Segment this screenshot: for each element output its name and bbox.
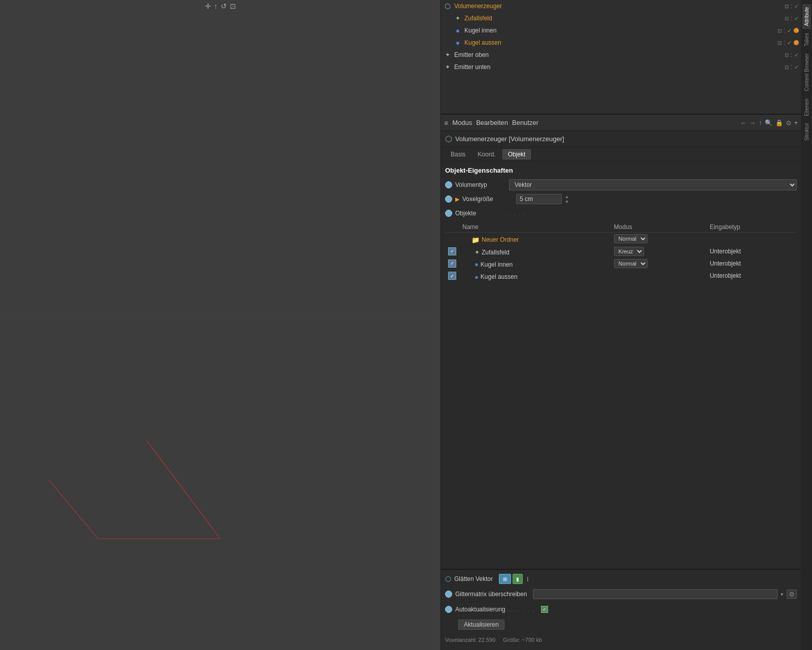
th-modus: Modus	[611, 222, 707, 233]
objekte-dot[interactable]	[445, 210, 452, 217]
voxel-info: Voxelanzahl: 22.590 Größe: ~700 kb	[445, 637, 542, 643]
side-tab-struktur[interactable]: Struktur	[802, 120, 811, 144]
row2-name: Kugel innen	[481, 261, 513, 268]
prop-voxelgroesse: ▶ Voxelgröße ▲ ▼	[445, 192, 797, 206]
row0-name: Neuer Ordner	[482, 236, 519, 243]
gittermatrix-dot[interactable]	[445, 591, 452, 598]
td-name-0: 📁 Neuer Ordner	[459, 233, 611, 245]
side-tab-attribute[interactable]: Attribute	[802, 4, 811, 29]
voxelgroesse-spinner[interactable]: ▲ ▼	[565, 194, 569, 204]
square-icon2: ⊡	[785, 16, 789, 21]
orange-dot-2	[794, 40, 799, 45]
mode-select-0[interactable]: Normal	[614, 234, 648, 243]
checkbox-kugel-innen[interactable]	[448, 259, 456, 268]
mode-select-2[interactable]: Normal	[614, 259, 648, 268]
voxelgroesse-label: Voxelgröße	[462, 196, 513, 203]
autoaktualisierung-dot[interactable]	[445, 606, 452, 613]
dots-icon3: ⁚	[784, 28, 785, 34]
dots-icon4: ⁚	[784, 40, 785, 46]
scene-tree: ⬡ Volumenerzeuger ⊡ ⁚ ✓ ✦ Zufallsfeld ⊡ …	[441, 0, 801, 115]
groesse-label: Größe: ~700 kb	[503, 637, 542, 643]
up-btn[interactable]: ↑	[759, 119, 762, 126]
check-icon4: ✓	[787, 40, 792, 46]
modus-menu[interactable]: Modus	[452, 119, 472, 126]
tree-item-volumenerzeuger[interactable]: ⬡ Volumenerzeuger ⊡ ⁚ ✓	[441, 0, 801, 12]
side-tab-ebenen[interactable]: Ebenen	[802, 95, 811, 119]
voxelgroesse-input[interactable]	[516, 194, 562, 204]
svg-line-4	[0, 313, 220, 627]
gittermatrix-arrow[interactable]: ▾	[781, 591, 784, 598]
aktualisieren-button[interactable]: Aktualisieren	[458, 620, 504, 630]
td-checkbox-1[interactable]	[445, 245, 459, 257]
volumentyp-select[interactable]: Vektor	[509, 179, 797, 190]
toolbar-nav: ← → ↑ 🔍 🔒 ⊙ +	[740, 119, 798, 126]
svg-line-10	[147, 441, 220, 539]
right-panel: ⬡ Volumenerzeuger ⊡ ⁚ ✓ ✦ Zufallsfeld ⊡ …	[441, 0, 801, 650]
attr-panel: ≡ Modus Bearbeiten Benutzer ← → ↑ 🔍 🔒 ⊙ …	[441, 115, 801, 650]
td-modus-2[interactable]: Normal	[611, 257, 707, 270]
table-row-zufallsfeld: ✦ Zufallsfeld Kreuz Unterobjekt	[445, 245, 797, 257]
bearbeiten-menu[interactable]: Bearbeiten	[476, 119, 508, 126]
tab-objekt[interactable]: Objekt	[502, 149, 531, 159]
add-btn[interactable]: +	[794, 119, 798, 126]
tab-koord[interactable]: Koord.	[472, 149, 501, 159]
table-row-neuer-ordner: 📁 Neuer Ordner Normal	[445, 233, 797, 245]
td-modus-0[interactable]: Normal	[611, 233, 707, 245]
side-tab-content-browser[interactable]: Content Browser	[802, 50, 811, 94]
arrow-icon[interactable]: ↑	[214, 2, 218, 10]
checkbox-kugel-aussen[interactable]	[448, 272, 456, 280]
td-eingabe-0	[706, 233, 797, 245]
objekte-label: Objekte	[455, 210, 506, 217]
tree-item-kugel-aussen[interactable]: ● Kugel aussen ⊡ ⁚ ✓	[441, 37, 801, 49]
search-btn[interactable]: 🔍	[765, 119, 772, 126]
tree-item-kugel-aussen-label: Kugel aussen	[464, 39, 777, 46]
move-icon[interactable]: ✛	[205, 2, 211, 10]
td-name-1: ✦ Zufallsfeld	[459, 245, 611, 257]
tree-item-emitter-unten[interactable]: ✦ Emitter unten ⊡ ⁚ ✓	[441, 61, 801, 73]
emitter-icon: ✦	[443, 50, 452, 59]
forward-btn[interactable]: →	[750, 119, 756, 126]
tree-item-emitter-unten-label: Emitter unten	[454, 63, 785, 71]
autoaktualisierung-checkbox[interactable]	[541, 606, 548, 613]
check-icon2: ✓	[794, 15, 799, 22]
volumentyp-dot[interactable]	[445, 181, 452, 188]
tab-basis[interactable]: Basis	[445, 149, 471, 159]
side-tab-takes[interactable]: Takes	[802, 30, 811, 49]
objekte-dots: . . . .	[509, 211, 526, 216]
check-icon: ✓	[794, 3, 799, 10]
table-row-kugel-aussen: ● Kugel aussen Unterobjekt	[445, 270, 797, 282]
benutzer-menu[interactable]: Benutzer	[512, 119, 538, 126]
row1-name: Zufallsfeld	[482, 249, 510, 256]
orange-dot-1	[794, 28, 799, 33]
rotate-icon[interactable]: ↺	[221, 2, 227, 10]
target-btn[interactable]: ⊙	[786, 119, 791, 126]
td-checkbox-3[interactable]	[445, 270, 459, 282]
sphere-icon-tbl: ●	[475, 261, 479, 268]
gittermatrix-input[interactable]	[533, 589, 777, 599]
checkbox-zufallsfeld[interactable]	[448, 247, 456, 255]
scale-icon[interactable]: ⊡	[230, 2, 236, 10]
svg-line-5	[220, 313, 441, 627]
menu-icon[interactable]: ≡	[444, 119, 448, 127]
voxelgroesse-dot[interactable]	[445, 196, 452, 203]
green-icon-1[interactable]: ▮	[513, 574, 523, 584]
random-icon: ✦	[453, 14, 462, 23]
mode-select-1[interactable]: Kreuz	[614, 247, 644, 256]
obj-title-row: ⬡ Volumenerzeuger [Volumenerzeuger]	[441, 131, 801, 147]
row3-name: Kugel aussen	[481, 273, 518, 280]
gittermatrix-target[interactable]: ⊙	[787, 590, 797, 599]
teal-icon-1[interactable]: ⊞	[499, 574, 511, 584]
cursor-indicator: I	[527, 575, 529, 583]
tree-item-emitter-oben[interactable]: ✦ Emitter oben ⊡ ⁚ ✓	[441, 49, 801, 61]
dots-icon: ⁚	[791, 4, 792, 9]
volume-icon: ⬡	[443, 2, 452, 11]
gittermatrix-row: Gittermatrix überschreiben ▾ ⊙	[445, 587, 797, 601]
lock-btn[interactable]: 🔒	[775, 119, 783, 126]
td-modus-1[interactable]: Kreuz	[611, 245, 707, 257]
tree-item-volumenerzeuger-label: Volumenerzeuger	[454, 3, 785, 10]
tree-item-zufallsfeld[interactable]: ✦ Zufallsfeld ⊡ ⁚ ✓	[441, 12, 801, 24]
tree-item-kugel-innen[interactable]: ● Kugel innen ⊡ ⁚ ✓	[441, 24, 801, 37]
td-checkbox-2[interactable]	[445, 257, 459, 270]
back-btn[interactable]: ←	[740, 119, 747, 126]
svg-line-3	[220, 0, 441, 313]
